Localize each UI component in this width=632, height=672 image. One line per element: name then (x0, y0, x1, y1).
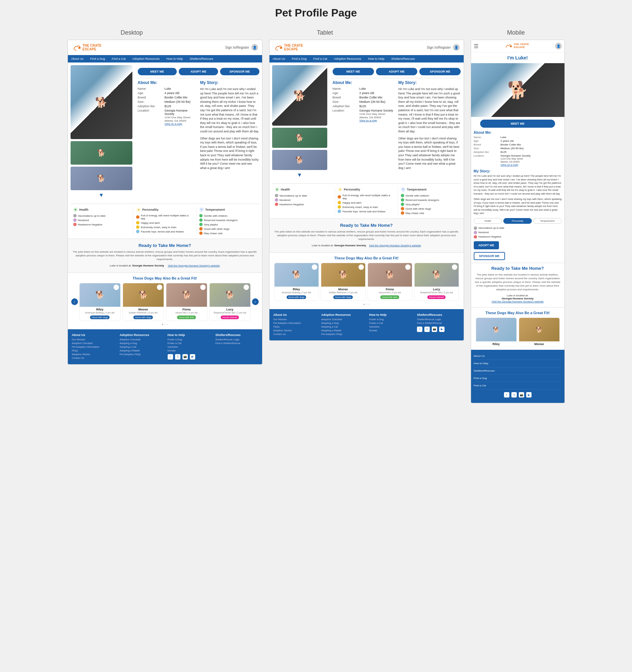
footer-help-0[interactable]: Foster a Dog (168, 338, 210, 341)
tablet-footer-help-3[interactable]: Donate (369, 329, 412, 332)
tablet-user-icon[interactable]: 👤 (453, 44, 460, 51)
sponsor-me-button[interactable]: SPONSOR ME (220, 68, 259, 75)
facebook-icon[interactable]: f (168, 354, 173, 360)
mobile-map-link[interactable]: View on a map (501, 163, 531, 166)
footer-adoption-info[interactable]: Pet Adoption Information (72, 345, 115, 349)
footer-help-1[interactable]: Foster a Cat (168, 342, 210, 345)
tablet-meet-me-button[interactable]: MEET ME (333, 68, 374, 75)
tablet-sign-in[interactable]: Sign In/Register (427, 46, 451, 49)
footer-help-2[interactable]: Volunteer (168, 345, 210, 349)
mobile-meet-me-button[interactable]: MEET ME (480, 120, 555, 128)
footer-faqs[interactable]: FAQs (72, 349, 115, 352)
nav-help[interactable]: How to Help (163, 55, 186, 63)
ready-visit-link[interactable]: Visit the Georgia Humane Society's websi… (168, 264, 220, 267)
tablet-footer-res-2[interactable]: Adopting a Cat (321, 325, 364, 328)
footer-contact[interactable]: Contact Us (72, 357, 115, 360)
tablet-footer-shelters-0[interactable]: Shelter/Rescue Login (417, 318, 460, 321)
tablet-footer-res-1[interactable]: Adopting a Dog (321, 321, 364, 325)
tablet-footer-faq[interactable]: FAQs (273, 325, 316, 328)
tablet-nav-shelters[interactable]: Shelters/Rescues (388, 55, 418, 63)
tablet-footer-help-0[interactable]: Foster a Dog (369, 318, 412, 321)
tablet-youtube-icon[interactable]: ▶ (439, 327, 444, 332)
nav-shelters[interactable]: Shelters/Rescues (186, 55, 217, 63)
tablet-nav-find-cat[interactable]: Find a Cat (310, 55, 331, 63)
footer-shelters-1[interactable]: Find a Shelter/Rescue (215, 342, 258, 345)
dog-thumb-2[interactable]: 🐕 (71, 167, 132, 190)
tablet-thumb-arrow[interactable]: ▼ (272, 172, 327, 178)
tablet-dog-heart-lucy[interactable]: ♡ (452, 264, 457, 270)
instagram-icon[interactable]: 📸 (183, 354, 188, 360)
mobile-instagram-icon[interactable]: 📸 (519, 392, 524, 398)
footer-res-3[interactable]: Adopting a Rabbit (120, 349, 162, 352)
footer-help-3[interactable]: Donate (168, 349, 210, 352)
tablet-footer-help-1[interactable]: Foster a Cat (369, 321, 412, 325)
twitter-icon[interactable]: 𝕏 (175, 354, 180, 360)
tablet-instagram-icon[interactable]: 📸 (432, 327, 437, 332)
dog-thumb-1[interactable]: 🐕 (71, 141, 132, 165)
nav-about[interactable]: About Us (68, 55, 87, 63)
nav-adoption[interactable]: Adoption Resources (129, 55, 163, 63)
mobile-tab-temperament[interactable]: Temperament (533, 218, 562, 224)
tablet-dog-heart-fiona[interactable]: ♡ (405, 264, 411, 270)
nav-find-dog[interactable]: Find a Dog (87, 55, 108, 63)
footer-stories[interactable]: Adoption Stories (72, 353, 115, 356)
tablet-twitter-icon[interactable]: 𝕏 (424, 327, 430, 332)
nav-find-cat[interactable]: Find a Cat (108, 55, 129, 63)
sign-in-link[interactable]: Sign In/Register (225, 46, 249, 49)
tablet-dog-heart-riley[interactable]: ♡ (312, 264, 317, 270)
mobile-youtube-icon[interactable]: ▶ (526, 392, 532, 398)
tablet-footer-help-2[interactable]: Volunteer (369, 325, 412, 328)
tablet-footer-stories[interactable]: Adoption Stories (273, 329, 316, 332)
footer-res-0[interactable]: Adoption Checklist (120, 338, 162, 341)
mobile-footer-find-dog[interactable]: Find a Dog (474, 375, 562, 382)
mobile-visit-link[interactable]: Visit the Georgia Humane Society's websi… (491, 300, 544, 303)
mobile-footer-about[interactable]: About Us (474, 353, 562, 360)
dog-heart-moose[interactable]: ♡ (157, 285, 162, 290)
thumb-arrow[interactable]: ▼ (71, 192, 132, 198)
tablet-nav-adoption[interactable]: Adoption Resources (331, 55, 365, 63)
mobile-tab-personality[interactable]: Personality (503, 218, 532, 224)
mobile-tab-health[interactable]: Health (474, 218, 502, 224)
footer-res-1[interactable]: Adopting a Dog (120, 342, 162, 345)
hamburger-icon[interactable]: ☰ (474, 43, 479, 49)
meet-me-button[interactable]: MEET ME (138, 68, 177, 75)
footer-checklist[interactable]: Adoption Checklist (72, 342, 115, 345)
mobile-facebook-icon[interactable]: f (504, 392, 509, 398)
tablet-footer-res-4[interactable]: Pet Adoption FAQs (321, 333, 364, 336)
tablet-footer-adopt-info[interactable]: Pet Adoption Information (273, 321, 316, 325)
dog-heart-fiona[interactable]: ♡ (200, 285, 205, 290)
tablet-footer-shelters-1[interactable]: Find a Shelter/Rescue (417, 321, 460, 325)
mobile-adopt-me-button[interactable]: ADOPT ME (474, 241, 499, 249)
tablet-nav-about[interactable]: About Us (269, 55, 289, 63)
tablet-map-link[interactable]: View on a map (360, 119, 393, 122)
tablet-visit-link[interactable]: Visit the Georgia Humane Society's websi… (369, 244, 421, 247)
tablet-adopt-me-button[interactable]: ADOPT ME (376, 68, 417, 75)
footer-res-4[interactable]: Pet Adoption FAQs (120, 353, 162, 356)
dog-heart-lucy[interactable]: ♡ (244, 285, 249, 290)
carousel-next[interactable]: › (252, 298, 259, 305)
tablet-footer-res-3[interactable]: Adopting a Rabbit (321, 329, 364, 332)
footer-shelters-0[interactable]: Shelter/Rescue Login (215, 338, 258, 341)
tablet-footer-mission[interactable]: Our Mission (273, 318, 316, 321)
carousel-prev[interactable]: ‹ (71, 298, 78, 305)
tablet-thumb-1[interactable]: 🐕 (272, 128, 327, 148)
mobile-footer-shelters[interactable]: Shelters/Rescues (474, 367, 562, 375)
tablet-thumb-2[interactable]: 🐕 (272, 150, 327, 170)
footer-mission[interactable]: Our Mission (72, 338, 115, 341)
tablet-dog-heart-moose[interactable]: ♡ (359, 264, 364, 270)
adopt-me-button[interactable]: ADOPT ME (179, 68, 218, 75)
mobile-sponsor-me-button[interactable]: SPONSOR ME (474, 252, 505, 260)
user-icon[interactable]: 👤 (251, 44, 258, 51)
map-link[interactable]: View on a map (165, 122, 197, 125)
tablet-sponsor-me-button[interactable]: SPONSOR ME (419, 68, 461, 75)
mobile-footer-help[interactable]: How to Help (474, 360, 562, 367)
tablet-footer-contact[interactable]: Contact Us (273, 333, 316, 336)
tablet-nav-help[interactable]: How to Help (365, 55, 388, 63)
youtube-icon[interactable]: ▶ (190, 354, 195, 360)
tablet-nav-find-dog[interactable]: Find a Dog (289, 55, 310, 63)
mobile-footer-find-cat[interactable]: Find a Cat (474, 382, 562, 389)
dog-heart-riley[interactable]: ♡ (114, 285, 119, 290)
mobile-twitter-icon[interactable]: 𝕏 (511, 392, 517, 398)
footer-res-2[interactable]: Adopting a Cat (120, 345, 162, 349)
mobile-user-icon[interactable]: 👤 (555, 43, 562, 49)
